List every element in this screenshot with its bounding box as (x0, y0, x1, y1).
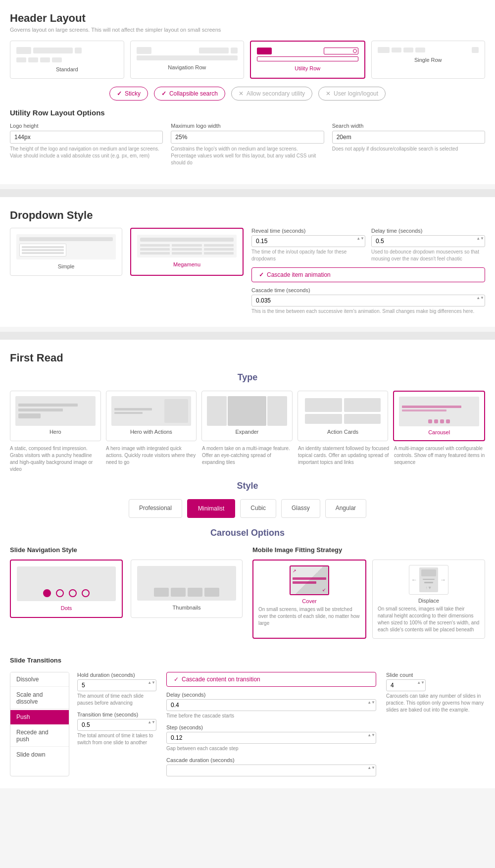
delay-time-help: Used to debounce dropdown mouseovers so … (371, 249, 485, 262)
toggle-sticky[interactable]: ✓ Sticky (109, 87, 148, 101)
hero-actions-wireframe (111, 396, 192, 426)
delay-input[interactable] (166, 699, 376, 711)
cascade-duration-input[interactable] (166, 765, 376, 776)
logo-height-field: Logo height The height of the logo and n… (10, 123, 163, 166)
carousel-options-section: Carousel Options Slide Navigation Style (10, 528, 485, 776)
toggle-allow-secondary[interactable]: ✕ Allow secondary utility (231, 87, 312, 101)
mobile-fit-title: Mobile Image Fitting Strategy (252, 546, 485, 554)
trans-slide-down[interactable]: Slide down (10, 748, 69, 762)
transition-time-label: Transition time (seconds) (77, 712, 156, 717)
transitions-list: Dissolve Scale and dissolve Push Recede … (10, 672, 69, 776)
nav-card-thumbnails[interactable]: Thumbnails (131, 560, 243, 618)
displace-desc: On small screens, images will take their… (378, 606, 480, 633)
layout-card-standard[interactable]: Standard (10, 41, 124, 79)
displace-label: Displace (418, 598, 439, 604)
carousel-options-title: Carousel Options (10, 528, 485, 538)
search-width-label: Search width (332, 123, 485, 129)
step-field: Step (seconds) ▲▼ Gap between each casca… (166, 724, 376, 752)
layout-card-navigation-row[interactable]: Navigation Row (130, 41, 245, 79)
hold-duration-help: The amount of time each slide pauses bef… (77, 693, 156, 707)
megamenu-label: Megamenu (173, 261, 200, 267)
header-toggle-row: ✓ Sticky ✓ Collapsible search ✕ Allow se… (10, 87, 485, 101)
type-card-carousel[interactable]: Carousel (393, 391, 485, 441)
slide-transitions-section: Slide Transitions Dissolve Scale and dis… (10, 657, 485, 776)
search-width-input[interactable] (332, 131, 485, 144)
style-subtitle: Style (10, 481, 485, 491)
type-card-hero-actions[interactable]: Hero with Actions (106, 391, 197, 441)
cover-wireframe: ↗ ↙ (290, 565, 329, 595)
max-logo-width-input[interactable] (171, 131, 324, 144)
delay-field: Delay (seconds) ▲▼ Time before the casca… (166, 692, 376, 719)
delay-time-field: Delay time (seconds) ▲▼ Used to debounce… (371, 228, 485, 262)
cover-label: Cover (302, 598, 316, 604)
expander-wireframe (207, 396, 287, 426)
trans-scale-dissolve[interactable]: Scale and dissolve (10, 688, 69, 709)
hold-duration-input[interactable] (77, 679, 156, 691)
hero-label: Hero (50, 429, 61, 435)
header-layout-section: Header Layout Governs layout on large sc… (0, 0, 495, 184)
toggle-collapsible-search[interactable]: ✓ Collapsible search (154, 87, 225, 101)
reveal-time-help: The time of the in/out opacity fade for … (251, 249, 365, 262)
cascade-time-field: Cascade time (seconds) ▲▼ This is the ti… (251, 287, 485, 315)
mobile-fit-subsection: Mobile Image Fitting Strategy ↗ ↙ (252, 546, 485, 639)
nav-card-dots[interactable]: Dots (10, 560, 123, 618)
slide-count-label: Slide count (386, 672, 485, 678)
transitions-layout: Dissolve Scale and dissolve Push Recede … (10, 672, 485, 776)
hold-duration-field: Hold duration (seconds) ▲▼ The amount of… (77, 672, 156, 707)
megamenu-wireframe (137, 235, 237, 257)
carousel-desc: A multi-image carousel with configurable… (394, 445, 485, 473)
utility-row-wireframe (257, 48, 358, 61)
cascade-duration-label: Cascade duration (seconds) (166, 757, 376, 763)
toggle-user-login[interactable]: ✕ User login/logout (318, 87, 386, 101)
delay-time-input[interactable] (371, 235, 485, 247)
step-input[interactable] (166, 732, 376, 744)
nav-row-wireframe (137, 47, 238, 60)
step-label: Step (seconds) (166, 724, 376, 730)
mf-card-displace[interactable]: ← ↑▼ → Displace On small screens, images… (372, 560, 485, 639)
timing-settings-row: Reveal time (seconds) ▲▼ The time of the… (251, 228, 485, 262)
type-card-hero[interactable]: Hero (10, 391, 101, 441)
style-card-glassy[interactable]: Glassy (281, 499, 320, 518)
slide-transitions-title: Slide Transitions (10, 657, 485, 664)
type-card-expander[interactable]: Expander (201, 391, 293, 441)
type-card-action-cards[interactable]: Action Cards (297, 391, 389, 441)
carousel-label: Carousel (428, 429, 450, 435)
cascade-time-input[interactable] (251, 295, 485, 306)
reveal-time-input[interactable] (251, 235, 365, 247)
header-layout-title: Header Layout (10, 12, 485, 25)
hero-desc: A static, composed first impression. Gra… (10, 445, 101, 473)
cascade-time-label: Cascade time (seconds) (251, 287, 485, 293)
standard-wireframe (16, 47, 118, 62)
style-card-cubic[interactable]: Cubic (240, 499, 276, 518)
step-help: Gap between each cascade step (166, 745, 376, 752)
reveal-time-field: Reveal time (seconds) ▲▼ The time of the… (251, 228, 365, 262)
style-card-angular[interactable]: Angular (325, 499, 366, 518)
dropdown-settings-panel: Reveal time (seconds) ▲▼ The time of the… (251, 228, 485, 315)
trans-recede-push[interactable]: Recede and push (10, 725, 69, 747)
trans-push[interactable]: Push (10, 710, 69, 724)
nav-row-label: Navigation Row (168, 64, 206, 70)
mf-card-cover[interactable]: ↗ ↙ Cover On small screens, images will … (252, 560, 366, 639)
type-descs: A static, composed first impression. Gra… (10, 445, 485, 473)
first-read-title: First Read (10, 352, 485, 364)
dropdown-style-title: Dropdown Style (10, 209, 485, 222)
dropdown-card-megamenu[interactable]: Megamenu (130, 228, 244, 276)
carousel-wireframe (399, 397, 479, 426)
slide-count-section: Slide count ▲▼ Carousels can take any nu… (386, 672, 485, 776)
search-width-field: Search width Does not apply if disclosur… (332, 123, 485, 166)
style-card-professional[interactable]: Professional (129, 499, 182, 518)
style-cards: Professional Minimalist Cubic Glassy Ang… (10, 499, 485, 518)
trans-dissolve[interactable]: Dissolve (10, 672, 69, 687)
layout-card-utility-row[interactable]: Utility Row (250, 41, 365, 79)
gray-separator-1 (0, 189, 495, 197)
hold-duration-label: Hold duration (seconds) (77, 672, 156, 678)
layout-card-single-row[interactable]: Single Row (371, 41, 486, 79)
dropdown-card-simple[interactable]: Simple (10, 228, 122, 276)
style-card-minimalist[interactable]: Minimalist (187, 499, 235, 518)
first-read-section: First Read Type Hero (0, 340, 495, 788)
cascade-content-btn[interactable]: ✓ Cascade content on transition (166, 672, 376, 687)
logo-height-input[interactable] (10, 131, 163, 144)
transition-time-input[interactable] (77, 719, 156, 731)
cascade-animation-btn[interactable]: ✓ Cascade item animation (251, 267, 485, 282)
expander-desc: A modern take on a multi-image feature. … (202, 445, 293, 473)
